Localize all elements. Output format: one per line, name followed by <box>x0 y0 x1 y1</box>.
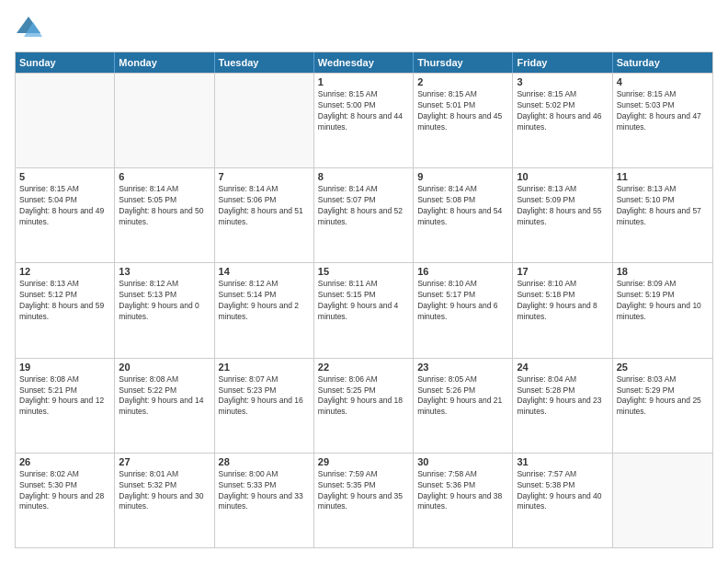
day-cell: 29Sunrise: 7:59 AM Sunset: 5:35 PM Dayli… <box>314 454 414 547</box>
day-number: 14 <box>219 266 310 277</box>
day-info: Sunrise: 8:10 AM Sunset: 5:18 PM Dayligh… <box>517 279 608 323</box>
day-number: 2 <box>417 76 508 87</box>
logo-icon <box>15 15 42 42</box>
day-info: Sunrise: 8:00 AM Sunset: 5:33 PM Dayligh… <box>219 469 310 513</box>
logo <box>15 15 46 42</box>
day-cell: 26Sunrise: 8:02 AM Sunset: 5:30 PM Dayli… <box>16 454 115 547</box>
day-number: 11 <box>617 171 709 182</box>
day-info: Sunrise: 8:06 AM Sunset: 5:25 PM Dayligh… <box>318 374 409 419</box>
calendar-week: 1Sunrise: 8:15 AM Sunset: 5:00 PM Daylig… <box>16 73 712 167</box>
weekday-header: Friday <box>513 52 612 73</box>
day-cell: 6Sunrise: 8:14 AM Sunset: 5:05 PM Daylig… <box>115 168 214 262</box>
day-number: 10 <box>517 171 608 182</box>
day-number: 28 <box>219 456 310 467</box>
day-cell: 17Sunrise: 8:10 AM Sunset: 5:18 PM Dayli… <box>513 263 612 357</box>
day-info: Sunrise: 8:03 AM Sunset: 5:29 PM Dayligh… <box>617 374 709 419</box>
day-info: Sunrise: 8:14 AM Sunset: 5:06 PM Dayligh… <box>219 184 310 228</box>
day-number: 4 <box>617 76 709 87</box>
day-number: 6 <box>119 171 210 182</box>
day-number: 23 <box>417 362 508 373</box>
day-cell: 7Sunrise: 8:14 AM Sunset: 5:06 PM Daylig… <box>215 168 314 262</box>
weekday-header: Monday <box>115 52 214 73</box>
day-info: Sunrise: 8:14 AM Sunset: 5:07 PM Dayligh… <box>318 184 409 228</box>
day-cell: 23Sunrise: 8:05 AM Sunset: 5:26 PM Dayli… <box>414 359 513 453</box>
empty-cell <box>613 454 712 547</box>
day-number: 27 <box>119 456 210 467</box>
day-number: 5 <box>19 171 110 182</box>
day-cell: 10Sunrise: 8:13 AM Sunset: 5:09 PM Dayli… <box>513 168 612 262</box>
day-cell: 11Sunrise: 8:13 AM Sunset: 5:10 PM Dayli… <box>613 168 712 262</box>
day-info: Sunrise: 8:04 AM Sunset: 5:28 PM Dayligh… <box>517 374 608 419</box>
calendar-week: 19Sunrise: 8:08 AM Sunset: 5:21 PM Dayli… <box>16 358 712 453</box>
day-cell: 8Sunrise: 8:14 AM Sunset: 5:07 PM Daylig… <box>314 168 414 262</box>
day-info: Sunrise: 8:08 AM Sunset: 5:22 PM Dayligh… <box>119 374 210 419</box>
calendar-body: 1Sunrise: 8:15 AM Sunset: 5:00 PM Daylig… <box>16 73 712 547</box>
day-number: 3 <box>517 76 608 87</box>
day-cell: 21Sunrise: 8:07 AM Sunset: 5:23 PM Dayli… <box>215 359 314 453</box>
day-info: Sunrise: 8:12 AM Sunset: 5:13 PM Dayligh… <box>119 279 210 323</box>
day-number: 29 <box>318 456 409 467</box>
day-number: 16 <box>417 266 508 277</box>
day-cell: 18Sunrise: 8:09 AM Sunset: 5:19 PM Dayli… <box>613 263 712 357</box>
day-info: Sunrise: 8:14 AM Sunset: 5:08 PM Dayligh… <box>417 184 508 228</box>
day-cell: 19Sunrise: 8:08 AM Sunset: 5:21 PM Dayli… <box>16 359 115 453</box>
day-info: Sunrise: 8:15 AM Sunset: 5:00 PM Dayligh… <box>318 89 409 133</box>
day-number: 7 <box>219 171 310 182</box>
day-cell: 27Sunrise: 8:01 AM Sunset: 5:32 PM Dayli… <box>115 454 214 547</box>
day-cell: 22Sunrise: 8:06 AM Sunset: 5:25 PM Dayli… <box>314 359 414 453</box>
day-number: 25 <box>617 362 709 373</box>
header <box>15 15 713 42</box>
empty-cell <box>215 74 314 167</box>
day-info: Sunrise: 8:14 AM Sunset: 5:05 PM Dayligh… <box>119 184 210 228</box>
day-number: 1 <box>318 76 409 87</box>
day-number: 21 <box>219 362 310 373</box>
day-cell: 25Sunrise: 8:03 AM Sunset: 5:29 PM Dayli… <box>613 359 712 453</box>
day-info: Sunrise: 8:15 AM Sunset: 5:02 PM Dayligh… <box>517 89 608 133</box>
calendar: SundayMondayTuesdayWednesdayThursdayFrid… <box>15 52 713 548</box>
day-info: Sunrise: 8:10 AM Sunset: 5:17 PM Dayligh… <box>417 279 508 323</box>
day-cell: 30Sunrise: 7:58 AM Sunset: 5:36 PM Dayli… <box>414 454 513 547</box>
weekday-header: Thursday <box>414 52 513 73</box>
empty-cell <box>16 74 115 167</box>
day-cell: 31Sunrise: 7:57 AM Sunset: 5:38 PM Dayli… <box>513 454 612 547</box>
day-number: 19 <box>19 362 110 373</box>
day-info: Sunrise: 8:15 AM Sunset: 5:04 PM Dayligh… <box>19 184 110 228</box>
day-cell: 2Sunrise: 8:15 AM Sunset: 5:01 PM Daylig… <box>414 74 513 167</box>
day-cell: 5Sunrise: 8:15 AM Sunset: 5:04 PM Daylig… <box>16 168 115 262</box>
day-number: 17 <box>517 266 608 277</box>
page: SundayMondayTuesdayWednesdayThursdayFrid… <box>0 0 728 563</box>
day-info: Sunrise: 8:15 AM Sunset: 5:03 PM Dayligh… <box>617 89 709 133</box>
day-number: 9 <box>417 171 508 182</box>
weekday-header: Tuesday <box>215 52 314 73</box>
day-number: 30 <box>417 456 508 467</box>
day-cell: 14Sunrise: 8:12 AM Sunset: 5:14 PM Dayli… <box>215 263 314 357</box>
day-info: Sunrise: 8:02 AM Sunset: 5:30 PM Dayligh… <box>19 469 110 513</box>
day-number: 26 <box>19 456 110 467</box>
day-cell: 12Sunrise: 8:13 AM Sunset: 5:12 PM Dayli… <box>16 263 115 357</box>
calendar-week: 26Sunrise: 8:02 AM Sunset: 5:30 PM Dayli… <box>16 453 712 547</box>
day-cell: 4Sunrise: 8:15 AM Sunset: 5:03 PM Daylig… <box>613 74 712 167</box>
day-info: Sunrise: 8:11 AM Sunset: 5:15 PM Dayligh… <box>318 279 409 323</box>
day-info: Sunrise: 8:08 AM Sunset: 5:21 PM Dayligh… <box>19 374 110 419</box>
day-number: 20 <box>119 362 210 373</box>
day-number: 15 <box>318 266 409 277</box>
day-cell: 13Sunrise: 8:12 AM Sunset: 5:13 PM Dayli… <box>115 263 214 357</box>
day-cell: 16Sunrise: 8:10 AM Sunset: 5:17 PM Dayli… <box>414 263 513 357</box>
day-number: 8 <box>318 171 409 182</box>
day-info: Sunrise: 7:58 AM Sunset: 5:36 PM Dayligh… <box>417 469 508 513</box>
day-info: Sunrise: 8:15 AM Sunset: 5:01 PM Dayligh… <box>417 89 508 133</box>
day-number: 13 <box>119 266 210 277</box>
calendar-week: 12Sunrise: 8:13 AM Sunset: 5:12 PM Dayli… <box>16 262 712 357</box>
weekday-header: Wednesday <box>314 52 414 73</box>
day-number: 12 <box>19 266 110 277</box>
day-info: Sunrise: 8:09 AM Sunset: 5:19 PM Dayligh… <box>617 279 709 323</box>
weekday-header: Saturday <box>613 52 712 73</box>
day-cell: 28Sunrise: 8:00 AM Sunset: 5:33 PM Dayli… <box>215 454 314 547</box>
calendar-week: 5Sunrise: 8:15 AM Sunset: 5:04 PM Daylig… <box>16 167 712 262</box>
calendar-header: SundayMondayTuesdayWednesdayThursdayFrid… <box>16 52 712 73</box>
day-number: 18 <box>617 266 709 277</box>
weekday-header: Sunday <box>16 52 115 73</box>
day-info: Sunrise: 8:12 AM Sunset: 5:14 PM Dayligh… <box>219 279 310 323</box>
day-cell: 1Sunrise: 8:15 AM Sunset: 5:00 PM Daylig… <box>314 74 414 167</box>
day-number: 31 <box>517 456 608 467</box>
